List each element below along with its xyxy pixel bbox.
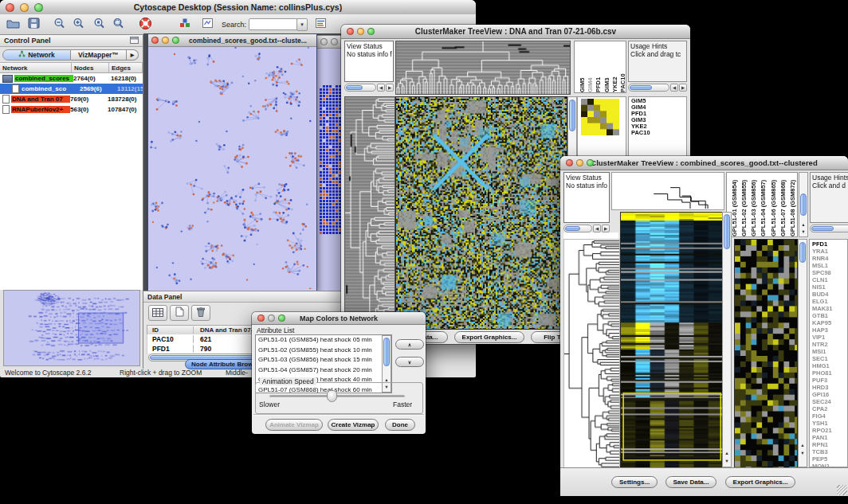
gene-label[interactable]: SPC98 [812,269,847,276]
gene-label[interactable]: RPN1 [812,441,847,448]
tv2-export-graphics-button[interactable]: Export Graphics... [725,476,795,488]
gene-label[interactable]: BUD4 [812,291,847,298]
gene-label[interactable]: PUF3 [812,377,847,384]
gene-label[interactable]: KAP95 [812,319,847,326]
gene-label[interactable]: MAK31 [812,305,847,312]
gene-label[interactable]: YSH1 [812,420,847,427]
slider-thumb[interactable] [327,390,337,402]
gene-label[interactable]: GPI16 [812,391,847,398]
column-label[interactable]: PFD1 [595,41,601,92]
done-button[interactable]: Done [385,419,415,431]
search-input[interactable]: ▾ [249,18,298,30]
attribute-item[interactable]: GPL51-04 (GSM857) heat shock 20 min [256,365,391,376]
gene-label[interactable]: VIP1 [812,334,847,341]
network-row[interactable]: combined_scores 2764(0) 16218(0) [0,73,143,84]
zoom-in-button[interactable] [70,16,86,33]
minimize-button[interactable] [268,315,275,322]
scroll-down-icon[interactable]: ▼ [799,229,807,236]
tabs-overflow-button[interactable]: ▶ [127,49,139,61]
gene-label[interactable]: HRD3 [812,384,847,391]
column-id[interactable]: ID [147,326,194,334]
tv1-heatmap[interactable] [395,96,567,330]
scroll-down-icon[interactable]: ▼ [723,458,731,465]
gene-label[interactable]: RPO21 [812,427,847,434]
zoom-fit-button[interactable] [110,16,126,33]
column-label[interactable]: GPL51-03 (GSM856) [750,173,758,236]
column-label[interactable]: GPL51-08 (GSM872) [789,173,797,236]
network-row[interactable]: DNA and Tran 07 769(0) 183728(0) [0,94,143,104]
gene-label[interactable]: NTR2 [812,341,847,348]
scroll-up-icon[interactable]: ▲ [799,442,807,449]
close-button[interactable] [347,28,354,35]
close-button[interactable] [566,159,573,166]
column-label[interactable]: GIM3 [603,41,610,92]
network-frame-titlebar[interactable]: combined_scores_good.txt--cluste... [148,34,316,47]
close-button[interactable] [257,315,265,322]
gene-label[interactable]: MSL1 [812,262,847,269]
tv1-gene-dendrogram[interactable] [344,96,395,330]
scrollbar-thumb[interactable] [724,214,730,249]
tv2-titlebar[interactable]: ClusterMaker TreeView : combined_scores_… [560,156,848,170]
scroll-right-icon[interactable]: ▶ [679,84,687,92]
help-button[interactable] [137,16,153,33]
tv2-heatmap[interactable] [620,212,724,469]
scrollbar-thumb[interactable] [800,193,807,216]
minimize-button[interactable] [162,37,169,44]
gene-label[interactable]: MSI1 [812,348,847,355]
maximize-button[interactable] [367,28,375,35]
gene-label[interactable]: ELG1 [812,298,847,305]
gene-label[interactable]: PHO81 [812,369,847,377]
gene-label[interactable]: PAC10 [631,130,686,136]
gene-label[interactable]: GTB1 [812,312,847,319]
scroll-left-icon[interactable]: ◀ [377,84,385,92]
close-button[interactable] [320,38,328,45]
plugins-button[interactable] [177,16,193,33]
attribute-table-button[interactable] [148,305,167,321]
gene-label[interactable]: FIG4 [812,412,847,420]
gene-label[interactable]: PEP5 [812,455,847,463]
zoom-out-button[interactable] [51,16,67,33]
scroll-right-icon[interactable]: ▶ [386,84,394,92]
new-attribute-button[interactable] [170,305,189,321]
column-label[interactable]: GPL51-01 (GSM854) [731,173,739,236]
network-overview-panel[interactable] [3,290,140,366]
close-button[interactable] [151,37,159,44]
scrollbar-thumb[interactable] [799,242,806,263]
create-vizmap-button[interactable]: Create Vizmap [328,419,379,431]
gene-label[interactable]: SEC1 [812,355,847,362]
network-view-window[interactable]: combined_scores_good.txt--cluste... [147,33,317,291]
annotation-button[interactable] [199,16,215,33]
minimize-button[interactable] [576,159,583,166]
tv1-titlebar[interactable]: ClusterMaker TreeView : DNA and Tran 07-… [341,25,690,39]
gene-label[interactable]: CLN1 [812,276,847,283]
save-session-button[interactable] [26,16,41,33]
gene-label[interactable]: HAP3 [812,326,847,334]
scroll-down-icon[interactable]: ▼ [799,450,807,457]
column-label[interactable]: YKE2 [611,41,618,92]
scrollbar-thumb[interactable] [569,100,575,131]
dialog-titlebar[interactable]: Map Colors to Network [252,312,426,325]
column-label[interactable]: GPL51-04 (GSM857) [760,173,768,236]
resize-grip[interactable] [837,485,847,495]
tv2-gene-dendrogram[interactable] [563,239,620,469]
tv1-export-graphics-button[interactable]: Export Graphics... [454,331,524,343]
tv1-correlation-matrix[interactable] [581,99,619,135]
float-panel-icon[interactable] [130,37,139,45]
attribute-item[interactable]: GPL51-02 (GSM855) heat shock 10 min [256,346,391,356]
scroll-left-icon[interactable]: ◀ [670,84,678,92]
tab-vizmapper[interactable]: VizMapper™ [71,49,127,61]
tv1-hints-scrollbar[interactable]: ◀▶ [628,84,687,92]
animate-vizmap-button[interactable]: Animate Vizmap [265,419,323,431]
minimize-button[interactable] [20,3,29,12]
column-network[interactable]: Network [0,63,72,72]
tv2-status-scrollbar[interactable]: ◀▶ [563,225,610,232]
tv2-column-dendrogram[interactable] [612,173,724,209]
gene-label[interactable]: HMG1 [812,362,847,369]
scroll-up-icon[interactable]: ▲ [723,450,731,457]
column-nodes[interactable]: Nodes [72,63,109,72]
main-titlebar[interactable]: Cytoscape Desktop (Session Name: collins… [0,0,476,15]
column-label[interactable]: GIM5 [579,41,585,92]
scrollbar-thumb[interactable] [383,338,390,366]
tv1-status-scrollbar[interactable]: ◀▶ [344,84,394,92]
delete-attribute-button[interactable] [191,305,210,321]
